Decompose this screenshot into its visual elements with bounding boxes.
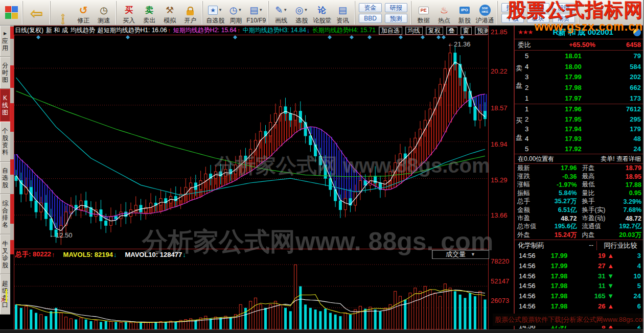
- toolbar-button[interactable]: ⚒模拟: [159, 2, 180, 24]
- chart-header-button[interactable]: 均线: [405, 27, 423, 35]
- book-price: 17.97: [535, 94, 611, 102]
- order-book-row[interactable]: 117.967612: [515, 104, 644, 114]
- order-book-row[interactable]: 317.99202: [515, 72, 644, 83]
- sidebar-tab-item[interactable]: 个股资料: [0, 122, 10, 162]
- toolbar-button-iconwrap: IPO: [459, 4, 470, 17]
- chevron-down-icon: ▼: [259, 8, 263, 12]
- volume-indicator-selector[interactable]: 成交量 ▼: [432, 250, 489, 259]
- toolbar-pill-button[interactable]: BBD: [359, 14, 382, 23]
- toolbar-button-label: 沪港通: [476, 17, 494, 24]
- chart-header-button[interactable]: 加自选: [379, 27, 402, 35]
- toolbar-button[interactable]: SSEHKE沪港通: [475, 2, 495, 24]
- toolbar-button[interactable]: ↺修正: [73, 2, 94, 24]
- tick-row[interactable]: 14:5617.9927 ▲4: [515, 261, 644, 271]
- order-book-row[interactable]: 117.97173: [515, 93, 644, 104]
- order-book-row[interactable]: 317.94179: [515, 124, 644, 134]
- order-book-row[interactable]: 217.98662: [515, 82, 644, 93]
- favorite-stars-icon[interactable]: ★★★: [518, 29, 533, 36]
- globe-icon[interactable]: [633, 29, 641, 36]
- chart-header-button[interactable]: 窗: [461, 27, 472, 35]
- back-arrow-icon[interactable]: ⇦: [30, 4, 43, 22]
- volume-readout-text: MAVOL10: 128477: [125, 251, 182, 258]
- toolbar-button[interactable]: ◷测速: [94, 2, 114, 24]
- toolbar-button[interactable]: ▤▼F10/F9: [246, 2, 266, 24]
- order-book-row[interactable]: 417.9348: [515, 134, 644, 144]
- toolbar-button-iconwrap: ⚒: [166, 4, 174, 17]
- tick-row[interactable]: 14:5617.9811 ▼5: [515, 281, 644, 291]
- trend-arrow-icon: ↑: [168, 27, 171, 34]
- toolbar-pill-button[interactable]: 期货: [553, 14, 575, 23]
- tick-row[interactable]: 14:5617.9826 ▲6: [515, 301, 644, 311]
- stat-cell: 内盘20.03万: [580, 231, 644, 239]
- toolbar-pill-button[interactable]: 板块: [527, 14, 549, 23]
- toolbar-button-iconwrap: ↺: [79, 4, 88, 17]
- sector-name-cell[interactable]: 化学制药 --: [515, 241, 597, 250]
- order-book-row[interactable]: 217.95295: [515, 114, 644, 124]
- toolbar-button[interactable]: IPO新股: [454, 2, 475, 24]
- tick-num: 5: [614, 282, 641, 290]
- volume-axis-label: 78220: [491, 257, 509, 265]
- toolbar-button[interactable]: 卖卖出: [139, 2, 159, 24]
- toolbar-button-iconwrap: 论: [318, 4, 326, 17]
- toolbar-button[interactable]: ✎▼画线: [271, 2, 291, 24]
- up-down-arrows-icon[interactable]: ⇧⇩: [60, 13, 66, 25]
- app-logo-icon[interactable]: [5, 6, 18, 19]
- chart-header-button[interactable]: 预测: [475, 27, 488, 35]
- toolbar-pill-button[interactable]: 资金: [359, 3, 382, 12]
- toolbar-pill-button[interactable]: 全球: [527, 3, 549, 12]
- toolbar-pill-button[interactable]: 个股: [501, 14, 524, 23]
- sidebar-tab-item[interactable]: 综合排名: [0, 194, 10, 234]
- toolbar-button[interactable]: ⇧⇩: [53, 2, 73, 24]
- toolbar-pill-button[interactable]: 研报: [385, 3, 407, 12]
- toolbar-button-label: 数据: [418, 17, 430, 24]
- toolbar-button[interactable]: ◷▼周期: [225, 2, 246, 24]
- tick-row[interactable]: 14:5617.98165 ▼24: [515, 291, 644, 301]
- sidebar-tab-item[interactable]: 分时图: [0, 57, 10, 89]
- sidebar-tab-char: 时: [2, 69, 8, 76]
- chart-header-button[interactable]: 复权: [426, 27, 443, 35]
- stat-cell: 最新17.96: [515, 164, 580, 172]
- chart-area[interactable]: [14, 35, 488, 329]
- position-notice[interactable]: 在0.00位置有 卖单! 查看详细: [515, 154, 644, 163]
- tick-row[interactable]: 14:5617.9831 ▼10: [515, 271, 644, 281]
- toolbar-button[interactable]: ◎▼选股: [291, 2, 312, 24]
- tick-count-num: 11: [599, 282, 606, 290]
- stat-value: 17.96: [561, 164, 577, 172]
- sidebar-tab-item[interactable]: ▶应用: [0, 26, 10, 57]
- sidebar-tab-item[interactable]: 自选股: [0, 162, 10, 194]
- tick-price: 17.99: [543, 262, 575, 270]
- order-book-row[interactable]: 418.00584: [515, 61, 644, 72]
- tick-num: 4: [614, 262, 641, 270]
- tick-row[interactable]: 14:5617.9919 ▲3: [515, 251, 644, 261]
- toolbar-stack: 资金BBD: [357, 3, 383, 23]
- indicator-text: 新 和 成: [46, 26, 68, 35]
- tick-price: 17.99: [543, 252, 575, 259]
- toolbar-pill-button[interactable]: 股指: [553, 3, 575, 12]
- toolbar-button[interactable]: 买买入: [119, 2, 139, 24]
- sidebar-tab-item[interactable]: 牛叉诊股: [0, 234, 10, 275]
- toolbar-button-iconwrap: ⇧⇩: [60, 11, 66, 24]
- industry-compare-link[interactable]: 同行业比较: [597, 241, 644, 250]
- tick-count: 26 ▲: [575, 302, 614, 310]
- toolbar-button[interactable]: 开户: [180, 2, 200, 24]
- sidebar-tab-item[interactable]: 超级盘口: [0, 274, 10, 315]
- book-level: 5: [525, 52, 535, 60]
- book-side-char: 盘: [516, 81, 523, 90]
- toolbar-button[interactable]: PE数据: [413, 2, 434, 24]
- book-price: 17.99: [535, 73, 611, 81]
- toolbar-button[interactable]: ★▼自选股: [205, 2, 225, 24]
- toolbar-button[interactable]: 论论股堂: [312, 2, 332, 24]
- order-book-row[interactable]: 518.0179: [515, 51, 644, 61]
- toolbar-pill-button[interactable]: 指数: [501, 3, 524, 12]
- order-book-row[interactable]: 517.9224: [515, 144, 644, 154]
- chart-header-button[interactable]: 叠: [446, 27, 457, 35]
- toolbar-button-label: F10/F9: [246, 17, 266, 24]
- ipo-icon: IPO: [459, 7, 470, 14]
- toolbar-button[interactable]: ▤资讯: [332, 2, 353, 24]
- sidebar-tab-char: 个: [2, 127, 8, 134]
- price-axis-label: 20.22: [491, 67, 508, 75]
- stat-label: 金额: [517, 206, 530, 215]
- toolbar-button[interactable]: ♨热点: [434, 2, 454, 24]
- toolbar-pill-button[interactable]: 预测: [385, 14, 407, 23]
- sidebar-tab-active[interactable]: K线图: [0, 89, 10, 122]
